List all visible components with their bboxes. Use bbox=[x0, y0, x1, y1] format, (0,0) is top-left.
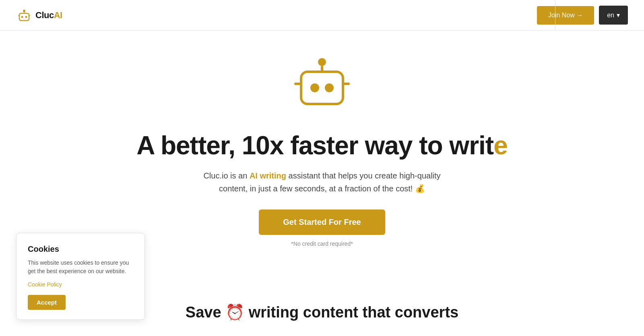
accept-button[interactable]: Accept bbox=[28, 295, 66, 310]
cookie-banner: Cookies This website uses cookies to ens… bbox=[16, 233, 145, 320]
hero-headline-cursor: e bbox=[493, 131, 508, 160]
language-selector[interactable]: en ▾ bbox=[599, 6, 628, 25]
lang-label: en bbox=[607, 12, 614, 19]
header: ClucAI Join Now → en ▾ bbox=[0, 0, 644, 31]
hero-headline-main: A better, 10x faster way to writ bbox=[136, 131, 493, 160]
cookie-body: This website uses cookies to ensure you … bbox=[28, 259, 133, 276]
ai-writing-highlight: AI writing bbox=[250, 171, 286, 180]
chevron-down-icon: ▾ bbox=[617, 11, 620, 19]
cookie-title: Cookies bbox=[28, 245, 133, 254]
hero-robot-icon bbox=[290, 55, 354, 119]
logo-text: ClucAI bbox=[35, 10, 62, 21]
hero-subtext: Cluc.io is an AI writing assistant that … bbox=[197, 169, 447, 195]
hero-headline: A better, 10x faster way to write bbox=[136, 131, 507, 160]
hero-subtext-before: Cluc.io is an bbox=[203, 171, 250, 180]
join-now-button[interactable]: Join Now → bbox=[537, 6, 594, 25]
cookie-policy-link[interactable]: Cookie Policy bbox=[28, 281, 133, 288]
svg-point-0 bbox=[23, 10, 25, 12]
logo-robot-icon bbox=[16, 9, 32, 22]
get-started-button[interactable]: Get Started For Free bbox=[259, 209, 385, 235]
logo-cluc: Cluc bbox=[35, 10, 54, 20]
bottom-icons-row bbox=[0, 325, 644, 336]
header-divider bbox=[555, 0, 555, 31]
svg-point-7 bbox=[318, 58, 326, 66]
svg-point-11 bbox=[325, 83, 334, 92]
logo-area: ClucAI bbox=[16, 9, 62, 22]
logo-ai: AI bbox=[54, 10, 62, 20]
svg-point-4 bbox=[25, 16, 27, 18]
header-right: Join Now → en ▾ bbox=[537, 6, 628, 25]
svg-point-3 bbox=[21, 16, 23, 18]
svg-rect-9 bbox=[301, 72, 343, 104]
no-credit-text: *No credit card required* bbox=[291, 241, 353, 247]
svg-point-10 bbox=[310, 83, 319, 92]
svg-rect-2 bbox=[19, 13, 29, 21]
